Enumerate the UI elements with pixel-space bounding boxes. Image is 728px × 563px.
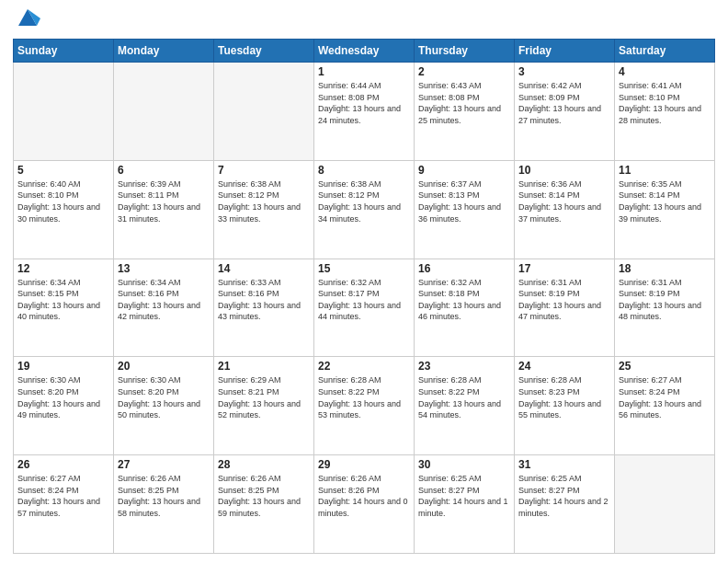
calendar-cell: 17Sunrise: 6:31 AMSunset: 8:19 PMDayligh… bbox=[515, 259, 615, 357]
calendar-week-2: 5Sunrise: 6:40 AMSunset: 8:10 PMDaylight… bbox=[14, 160, 715, 259]
calendar-cell: 26Sunrise: 6:27 AMSunset: 8:24 PMDayligh… bbox=[14, 455, 114, 554]
calendar-cell: 31Sunrise: 6:25 AMSunset: 8:27 PMDayligh… bbox=[515, 455, 615, 554]
calendar-cell bbox=[214, 63, 314, 161]
day-info: Sunrise: 6:36 AMSunset: 8:14 PMDaylight:… bbox=[518, 178, 610, 224]
day-info: Sunrise: 6:32 AMSunset: 8:18 PMDaylight:… bbox=[418, 277, 510, 323]
day-info: Sunrise: 6:44 AMSunset: 8:08 PMDaylight:… bbox=[318, 80, 410, 126]
day-number: 19 bbox=[17, 360, 109, 373]
calendar-cell: 15Sunrise: 6:32 AMSunset: 8:17 PMDayligh… bbox=[314, 259, 415, 357]
day-number: 29 bbox=[318, 458, 410, 471]
page: SundayMondayTuesdayWednesdayThursdayFrid… bbox=[0, 0, 728, 563]
weekday-friday: Friday bbox=[515, 40, 615, 63]
day-number: 7 bbox=[218, 164, 310, 177]
day-info: Sunrise: 6:31 AMSunset: 8:19 PMDaylight:… bbox=[619, 277, 711, 323]
day-info: Sunrise: 6:28 AMSunset: 8:23 PMDaylight:… bbox=[518, 374, 610, 420]
day-info: Sunrise: 6:28 AMSunset: 8:22 PMDaylight:… bbox=[418, 374, 510, 420]
weekday-header-row: SundayMondayTuesdayWednesdayThursdayFrid… bbox=[14, 40, 715, 63]
calendar-week-4: 19Sunrise: 6:30 AMSunset: 8:20 PMDayligh… bbox=[14, 357, 715, 455]
day-info: Sunrise: 6:35 AMSunset: 8:14 PMDaylight:… bbox=[619, 178, 711, 224]
calendar-cell: 14Sunrise: 6:33 AMSunset: 8:16 PMDayligh… bbox=[214, 259, 314, 357]
day-number: 12 bbox=[17, 262, 109, 275]
calendar-cell: 11Sunrise: 6:35 AMSunset: 8:14 PMDayligh… bbox=[615, 160, 715, 259]
calendar-cell: 5Sunrise: 6:40 AMSunset: 8:10 PMDaylight… bbox=[14, 160, 114, 259]
day-number: 14 bbox=[218, 262, 310, 275]
day-info: Sunrise: 6:30 AMSunset: 8:20 PMDaylight:… bbox=[17, 374, 109, 420]
day-info: Sunrise: 6:28 AMSunset: 8:22 PMDaylight:… bbox=[318, 374, 410, 420]
calendar-cell: 27Sunrise: 6:26 AMSunset: 8:25 PMDayligh… bbox=[114, 455, 214, 554]
day-number: 31 bbox=[518, 458, 610, 471]
day-info: Sunrise: 6:26 AMSunset: 8:25 PMDaylight:… bbox=[218, 473, 310, 519]
day-info: Sunrise: 6:34 AMSunset: 8:16 PMDaylight:… bbox=[118, 277, 210, 323]
day-info: Sunrise: 6:43 AMSunset: 8:08 PMDaylight:… bbox=[418, 80, 510, 126]
day-info: Sunrise: 6:25 AMSunset: 8:27 PMDaylight:… bbox=[418, 473, 510, 519]
calendar-cell: 6Sunrise: 6:39 AMSunset: 8:11 PMDaylight… bbox=[114, 160, 214, 259]
weekday-tuesday: Tuesday bbox=[214, 40, 314, 63]
day-number: 24 bbox=[518, 360, 610, 373]
day-info: Sunrise: 6:37 AMSunset: 8:13 PMDaylight:… bbox=[418, 178, 510, 224]
calendar-cell bbox=[615, 455, 715, 554]
calendar-cell: 2Sunrise: 6:43 AMSunset: 8:08 PMDaylight… bbox=[415, 63, 515, 161]
calendar-cell: 23Sunrise: 6:28 AMSunset: 8:22 PMDayligh… bbox=[415, 357, 515, 455]
calendar-cell bbox=[14, 63, 114, 161]
calendar-week-1: 1Sunrise: 6:44 AMSunset: 8:08 PMDaylight… bbox=[14, 63, 715, 161]
day-number: 30 bbox=[418, 458, 510, 471]
calendar-cell: 9Sunrise: 6:37 AMSunset: 8:13 PMDaylight… bbox=[415, 160, 515, 259]
day-info: Sunrise: 6:38 AMSunset: 8:12 PMDaylight:… bbox=[218, 178, 310, 224]
logo bbox=[13, 9, 40, 31]
calendar-week-3: 12Sunrise: 6:34 AMSunset: 8:15 PMDayligh… bbox=[14, 259, 715, 357]
day-number: 2 bbox=[418, 65, 510, 78]
calendar-cell: 28Sunrise: 6:26 AMSunset: 8:25 PMDayligh… bbox=[214, 455, 314, 554]
calendar-cell: 7Sunrise: 6:38 AMSunset: 8:12 PMDaylight… bbox=[214, 160, 314, 259]
weekday-wednesday: Wednesday bbox=[314, 40, 415, 63]
day-info: Sunrise: 6:27 AMSunset: 8:24 PMDaylight:… bbox=[619, 374, 711, 420]
day-info: Sunrise: 6:30 AMSunset: 8:20 PMDaylight:… bbox=[118, 374, 210, 420]
day-info: Sunrise: 6:26 AMSunset: 8:25 PMDaylight:… bbox=[118, 473, 210, 519]
logo-icon bbox=[15, 6, 40, 31]
calendar-cell: 8Sunrise: 6:38 AMSunset: 8:12 PMDaylight… bbox=[314, 160, 415, 259]
day-info: Sunrise: 6:34 AMSunset: 8:15 PMDaylight:… bbox=[17, 277, 109, 323]
day-number: 22 bbox=[318, 360, 410, 373]
day-info: Sunrise: 6:40 AMSunset: 8:10 PMDaylight:… bbox=[17, 178, 109, 224]
calendar-cell: 10Sunrise: 6:36 AMSunset: 8:14 PMDayligh… bbox=[515, 160, 615, 259]
day-number: 15 bbox=[318, 262, 410, 275]
weekday-saturday: Saturday bbox=[615, 40, 715, 63]
day-number: 25 bbox=[619, 360, 711, 373]
header bbox=[13, 9, 715, 31]
day-number: 13 bbox=[118, 262, 210, 275]
weekday-sunday: Sunday bbox=[14, 40, 114, 63]
day-info: Sunrise: 6:39 AMSunset: 8:11 PMDaylight:… bbox=[118, 178, 210, 224]
day-number: 9 bbox=[418, 164, 510, 177]
day-number: 28 bbox=[218, 458, 310, 471]
calendar-week-5: 26Sunrise: 6:27 AMSunset: 8:24 PMDayligh… bbox=[14, 455, 715, 554]
calendar-cell: 12Sunrise: 6:34 AMSunset: 8:15 PMDayligh… bbox=[14, 259, 114, 357]
calendar-cell: 1Sunrise: 6:44 AMSunset: 8:08 PMDaylight… bbox=[314, 63, 415, 161]
day-info: Sunrise: 6:25 AMSunset: 8:27 PMDaylight:… bbox=[518, 473, 610, 519]
day-number: 16 bbox=[418, 262, 510, 275]
day-info: Sunrise: 6:38 AMSunset: 8:12 PMDaylight:… bbox=[318, 178, 410, 224]
weekday-thursday: Thursday bbox=[415, 40, 515, 63]
calendar-cell: 22Sunrise: 6:28 AMSunset: 8:22 PMDayligh… bbox=[314, 357, 415, 455]
day-info: Sunrise: 6:31 AMSunset: 8:19 PMDaylight:… bbox=[518, 277, 610, 323]
weekday-monday: Monday bbox=[114, 40, 214, 63]
day-number: 21 bbox=[218, 360, 310, 373]
calendar-cell: 29Sunrise: 6:26 AMSunset: 8:26 PMDayligh… bbox=[314, 455, 415, 554]
day-number: 3 bbox=[518, 65, 610, 78]
day-number: 5 bbox=[17, 164, 109, 177]
calendar-cell: 3Sunrise: 6:42 AMSunset: 8:09 PMDaylight… bbox=[515, 63, 615, 161]
day-number: 11 bbox=[619, 164, 711, 177]
day-info: Sunrise: 6:41 AMSunset: 8:10 PMDaylight:… bbox=[619, 80, 711, 126]
day-info: Sunrise: 6:42 AMSunset: 8:09 PMDaylight:… bbox=[518, 80, 610, 126]
day-number: 20 bbox=[118, 360, 210, 373]
day-info: Sunrise: 6:32 AMSunset: 8:17 PMDaylight:… bbox=[318, 277, 410, 323]
calendar-cell: 13Sunrise: 6:34 AMSunset: 8:16 PMDayligh… bbox=[114, 259, 214, 357]
calendar-cell: 16Sunrise: 6:32 AMSunset: 8:18 PMDayligh… bbox=[415, 259, 515, 357]
day-info: Sunrise: 6:27 AMSunset: 8:24 PMDaylight:… bbox=[17, 473, 109, 519]
calendar-cell: 4Sunrise: 6:41 AMSunset: 8:10 PMDaylight… bbox=[615, 63, 715, 161]
day-number: 27 bbox=[118, 458, 210, 471]
day-info: Sunrise: 6:29 AMSunset: 8:21 PMDaylight:… bbox=[218, 374, 310, 420]
calendar-cell: 24Sunrise: 6:28 AMSunset: 8:23 PMDayligh… bbox=[515, 357, 615, 455]
calendar-cell: 19Sunrise: 6:30 AMSunset: 8:20 PMDayligh… bbox=[14, 357, 114, 455]
day-info: Sunrise: 6:26 AMSunset: 8:26 PMDaylight:… bbox=[318, 473, 410, 519]
day-number: 8 bbox=[318, 164, 410, 177]
day-number: 17 bbox=[518, 262, 610, 275]
